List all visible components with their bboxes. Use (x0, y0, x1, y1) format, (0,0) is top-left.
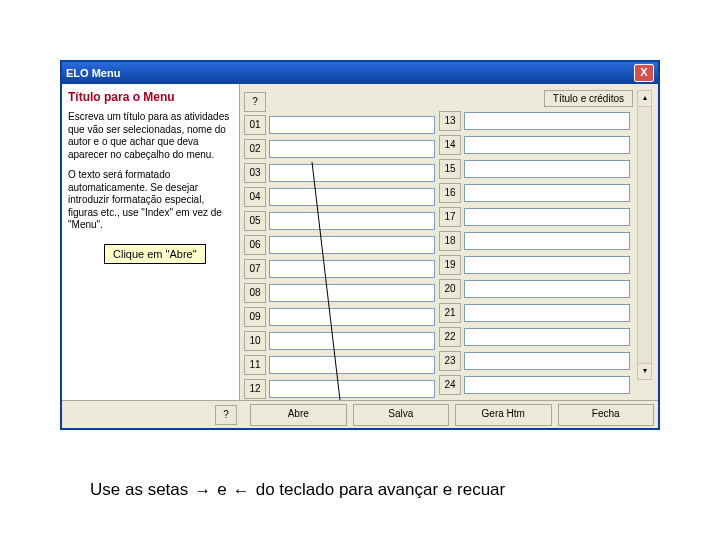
arrow-left-icon: ← (233, 482, 250, 499)
left-num-button-03[interactable]: 03 (244, 163, 266, 183)
right-num-button-24[interactable]: 24 (439, 375, 461, 395)
left-field-06[interactable] (269, 236, 435, 254)
left-num-button-05[interactable]: 05 (244, 211, 266, 231)
left-num-button-11[interactable]: 11 (244, 355, 266, 375)
field-row: 10 (244, 330, 435, 352)
right-num-button-16[interactable]: 16 (439, 183, 461, 203)
column-left: ? 010203040506070809101112 (244, 92, 435, 398)
field-row: 07 (244, 258, 435, 280)
help-button-top[interactable]: ? (244, 92, 266, 112)
field-row: 01 (244, 114, 435, 136)
left-field-11[interactable] (269, 356, 435, 374)
left-num-button-12[interactable]: 12 (244, 379, 266, 399)
left-field-10[interactable] (269, 332, 435, 350)
left-field-03[interactable] (269, 164, 435, 182)
grid-area: ? 010203040506070809101112 1314151617181… (240, 84, 658, 400)
bottom-toolbar: ? Abre Salva Gera Htm Fecha (62, 400, 658, 428)
left-field-01[interactable] (269, 116, 435, 134)
left-paragraph-2: O texto será formatado automaticamente. … (68, 169, 233, 232)
arrow-right-icon: → (194, 482, 211, 499)
field-row: 03 (244, 162, 435, 184)
abre-button[interactable]: Abre (250, 404, 347, 426)
left-num-button-01[interactable]: 01 (244, 115, 266, 135)
fecha-button[interactable]: Fecha (558, 404, 655, 426)
left-field-04[interactable] (269, 188, 435, 206)
salva-button[interactable]: Salva (353, 404, 450, 426)
field-row: 12 (244, 378, 435, 400)
field-row: 05 (244, 210, 435, 232)
scrollbar[interactable]: ▴ ▾ (637, 90, 652, 380)
left-field-08[interactable] (269, 284, 435, 302)
right-num-button-17[interactable]: 17 (439, 207, 461, 227)
keyboard-caption: Use as setas → e ← do teclado para avanç… (90, 480, 505, 500)
left-num-button-10[interactable]: 10 (244, 331, 266, 351)
title-credits-button[interactable]: Título e créditos (544, 90, 633, 107)
scroll-down-icon[interactable]: ▾ (638, 363, 651, 379)
help-button-bottom[interactable]: ? (215, 405, 237, 425)
left-num-button-09[interactable]: 09 (244, 307, 266, 327)
right-num-button-15[interactable]: 15 (439, 159, 461, 179)
caption-text-1: Use as setas (90, 480, 188, 500)
left-field-07[interactable] (269, 260, 435, 278)
left-pane: Título para o Menu Escreva um título par… (62, 84, 240, 400)
right-num-button-13[interactable]: 13 (439, 111, 461, 131)
tooltip-callout: Clique em "Abre" (104, 244, 206, 264)
content-area: Título para o Menu Escreva um título par… (62, 84, 658, 400)
left-paragraph-1: Escreva um título para as atividades que… (68, 111, 233, 161)
left-num-button-04[interactable]: 04 (244, 187, 266, 207)
caption-text-2: e (217, 480, 226, 500)
field-row: 02 (244, 138, 435, 160)
field-row: 04 (244, 186, 435, 208)
left-num-button-02[interactable]: 02 (244, 139, 266, 159)
field-row: 06 (244, 234, 435, 256)
titlebar: ELO Menu X (62, 62, 658, 84)
field-row: 11 (244, 354, 435, 376)
scroll-track[interactable] (638, 107, 651, 363)
field-row: 08 (244, 282, 435, 304)
left-field-09[interactable] (269, 308, 435, 326)
close-icon[interactable]: X (634, 64, 654, 82)
caption-text-3: do teclado para avançar e recuar (256, 480, 506, 500)
left-heading: Título para o Menu (68, 90, 233, 105)
right-num-button-21[interactable]: 21 (439, 303, 461, 323)
left-num-button-07[interactable]: 07 (244, 259, 266, 279)
left-num-button-08[interactable]: 08 (244, 283, 266, 303)
right-num-button-19[interactable]: 19 (439, 255, 461, 275)
right-num-button-23[interactable]: 23 (439, 351, 461, 371)
right-num-button-14[interactable]: 14 (439, 135, 461, 155)
field-row: 09 (244, 306, 435, 328)
left-num-button-06[interactable]: 06 (244, 235, 266, 255)
scroll-up-icon[interactable]: ▴ (638, 91, 651, 107)
left-field-12[interactable] (269, 380, 435, 398)
right-num-button-20[interactable]: 20 (439, 279, 461, 299)
help-row: ? (244, 92, 435, 112)
right-num-button-18[interactable]: 18 (439, 231, 461, 251)
window-title: ELO Menu (66, 67, 634, 79)
gera-htm-button[interactable]: Gera Htm (455, 404, 552, 426)
left-field-02[interactable] (269, 140, 435, 158)
left-field-05[interactable] (269, 212, 435, 230)
right-num-button-22[interactable]: 22 (439, 327, 461, 347)
